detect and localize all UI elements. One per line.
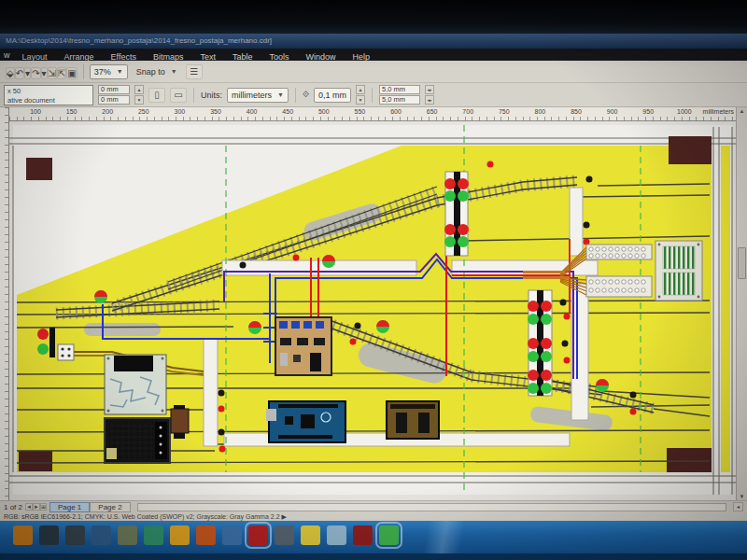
menu-bar: w LayoutArrangeEffectsBitmapsTextTableTo… [0,49,747,61]
ruler-tick-label: 700 [462,108,473,115]
taskbar-icon-15[interactable] [379,525,399,545]
units-value: millimeters [232,89,272,102]
taskbar-icon-10[interactable] [248,525,268,545]
import-icon[interactable]: ⇲ [48,67,57,79]
vertical-scrollbar[interactable]: ▲ ▼ [736,107,747,500]
redo-dropdown-icon[interactable]: ▾ [41,67,48,79]
duplicate-spinners[interactable]: ◂▸◂▸ [425,85,434,105]
ruler-tick-label: 400 [247,108,258,115]
monitor-bezel-top [0,0,747,34]
page-nav-button[interactable]: ◄ [25,503,33,511]
taskbar-icon-1[interactable] [13,525,33,545]
menu-item[interactable]: Help [345,52,379,62]
size-spinners[interactable]: ▲▼ [134,85,144,105]
application-launcher-icon[interactable]: ⬙ [6,67,15,79]
menu-item[interactable]: Bitmaps [145,52,192,62]
snap-to-label: Snap to [136,65,165,78]
taskbar-icon-4[interactable] [92,525,111,545]
toolbar-separator [83,64,84,79]
scrollbar-thumb[interactable] [738,247,746,279]
ruler-tick-label: 350 [210,108,221,115]
driver-pcb-board[interactable] [387,401,439,439]
taskbar-icon-12[interactable] [301,525,320,545]
app-launcher-icon[interactable]: ▣ [66,67,77,79]
taskbar-icon-2[interactable] [39,525,59,545]
ruler-tick-label: 650 [427,108,438,115]
etched-pcb-board[interactable] [105,355,166,414]
signal-bridge-1[interactable] [444,172,469,256]
property-bar: x 50 ative document 0 mm 0 mm ▲▼ ▯ ▭ Uni… [0,83,747,107]
scroll-up-icon[interactable]: ▲ [737,108,747,114]
connector-comb-panel[interactable] [655,241,702,301]
landscape-orientation-button[interactable]: ▭ [170,88,187,103]
taskbar-icon-11[interactable] [275,525,294,545]
photographed-monitor: MA:\Desktop\2014\fresno_merhano_postaja\… [0,0,747,560]
zoom-level-combobox[interactable]: 37% ▼ [90,64,128,79]
ruler-tick-label: 600 [390,108,402,115]
undo-icon[interactable]: ↶ [15,67,24,79]
chevron-down-icon: ▼ [117,65,123,78]
nudge-spinner[interactable]: ▲▼ [356,85,365,105]
ruler-tick-label: 100 [30,108,41,115]
standard-toolbar: ⬙↶▾↷▾⇲⇱▣ 37% ▼ Snap to ▼ ☰ [0,61,747,83]
arduino-mega-board[interactable] [266,401,345,442]
menu-item[interactable]: Window [297,52,344,62]
scroll-left-icon[interactable]: ◂ [733,502,743,511]
chevron-down-icon: ▼ [277,89,284,102]
control-pcb-board[interactable] [275,317,331,375]
units-combobox[interactable]: millimeters ▼ [227,88,289,103]
taskbar-icon-8[interactable] [196,525,216,545]
units-label: Units: [201,91,222,100]
portrait-orientation-button[interactable]: ▯ [148,88,165,103]
taskbar-icon-14[interactable] [353,525,373,545]
redo-icon[interactable]: ↷ [31,67,40,79]
menu-item[interactable]: Tools [261,52,297,62]
taskbar-icon-7[interactable] [170,525,190,545]
page-width-field[interactable]: 0 mm [98,85,130,94]
page-tab[interactable]: Page 1 [49,502,90,512]
vertical-ruler[interactable] [0,107,9,500]
signal-bridge-2[interactable] [528,290,552,396]
taskbar-icon-9[interactable] [222,525,242,545]
drawing-canvas[interactable] [9,121,736,500]
ruler-tick-label: 1000 [677,108,692,115]
taskbar-icon-13[interactable] [327,525,346,545]
menu-item[interactable]: Arrange [56,52,103,62]
taskbar-icon-3[interactable] [65,525,85,545]
snap-to-dropdown[interactable]: Snap to ▼ [132,64,182,79]
nudge-icon: ⟐ [303,90,309,100]
ruler-tick-label: 250 [138,108,149,115]
menu-item[interactable]: Table [224,52,261,62]
page-nav-button[interactable]: ⊞ [40,503,47,511]
ruler-tick-label: 800 [535,108,546,115]
taskbar-icon-5[interactable] [118,525,137,545]
menu-item[interactable]: Effects [103,52,145,62]
duplicate-distance-x[interactable]: 5,0 mm [379,85,420,94]
menu-item[interactable]: Layout [14,52,56,62]
taskbar-icon-6[interactable] [144,525,163,545]
horizontal-scrollbar[interactable] [137,503,726,511]
page-indicator: 1 of 2 [4,503,22,511]
page-nav-button[interactable]: ► [33,503,40,511]
page-height-field[interactable]: 0 mm [98,95,130,105]
page-size-tooltip: x 50 ative document [4,85,93,105]
power-supply-unit[interactable] [105,418,170,463]
options-icon[interactable]: ☰ [186,64,203,79]
page-navigation-bar: 1 of 2 ◄►⊞ Page 1Page 2 ◂ [0,500,747,512]
ruler-tick-label: 750 [499,108,510,115]
export-icon[interactable]: ⇱ [57,67,66,79]
ruler-tick-label: 550 [355,108,366,115]
ruler-tick-label: 850 [571,108,582,115]
ruler-tick-label: 500 [318,108,330,115]
railway-layout-drawing[interactable] [9,121,736,500]
horizontal-ruler[interactable]: millimeters 1001502002503003504004505005… [9,107,736,121]
color-profile-text: RGB: sRGB IEC61966-2.1; CMYK: U.S. Web C… [4,513,280,520]
expand-icon[interactable]: ▶ [281,513,286,520]
duplicate-distance-y[interactable]: 5,0 mm [379,95,420,105]
nudge-field[interactable]: 0,1 mm [314,88,351,103]
menu-item-clipped[interactable]: w [2,50,14,60]
ruler-tick-label: 300 [175,108,186,115]
menu-item[interactable]: Text [191,52,224,62]
scroll-down-icon[interactable]: ▼ [737,494,747,499]
page-tab[interactable]: Page 2 [90,502,130,512]
